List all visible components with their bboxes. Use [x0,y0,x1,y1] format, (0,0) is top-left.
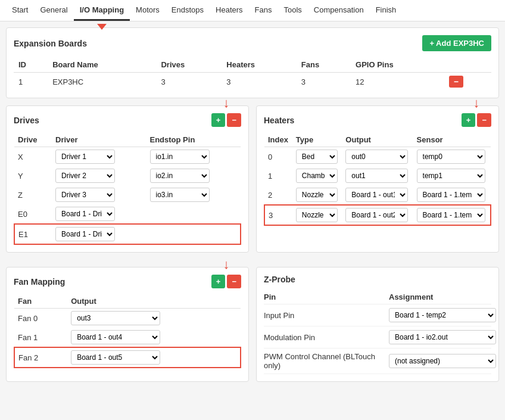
nav-general[interactable]: General [34,1,73,21]
heater-type-select[interactable]: Nozzle [296,188,338,202]
heater-type: Nozzle [292,185,342,205]
drive-row: Y Driver 2 io2.in [14,166,241,185]
exp-col-boardname: Board Name [48,57,156,73]
heater-row: 2 Nozzle Board 1 - out1 Board 1 - 1.temp… [264,185,491,205]
heater-type-select[interactable]: Nozzle [296,208,338,222]
zprobe-col-assignment: Assignment [389,293,491,301]
heaters-col-output: Output [342,133,413,147]
fan-col-output: Output [67,294,241,309]
zprobe-assignment-select[interactable]: Board 1 - io2.out [389,330,496,344]
drive-endstop-select[interactable]: io3.in [150,188,210,202]
drive-driver-select[interactable]: Board 1 - Dri [55,207,115,221]
fan-add-button[interactable]: + [211,275,226,288]
nav-motors[interactable]: Motors [130,1,166,21]
nav-endstops[interactable]: Endstops [166,1,210,21]
heater-sensor: Board 1 - 1.temp1 [413,185,491,205]
zprobe-assignment: (not assigned) [389,354,496,368]
nav-start[interactable]: Start [6,1,34,21]
drive-driver-select[interactable]: Driver 2 [55,169,115,183]
drives-title: Drives [14,116,39,125]
fan-row: Fan 1 Board 1 - out4 [14,328,241,347]
heater-sensor-select[interactable]: temp0 [417,150,485,164]
heater-index: 0 [264,147,292,167]
drive-row: E0 Board 1 - Dri [14,204,241,224]
heater-output-select[interactable]: out0 [345,150,408,164]
zprobe-rows: Input Pin Board 1 - temp2 Modulation Pin… [264,304,491,374]
drives-add-button[interactable]: + [211,113,226,127]
heater-output: out0 [342,147,413,167]
drive-driver-select[interactable]: Driver 3 [55,188,115,202]
fan-zprobe-section: Fan Mapping ↓ + − Fan Output [6,267,499,389]
nav-finish[interactable]: Finish [370,1,403,21]
heater-row: 1 Chambe out1 temp1 [264,166,491,185]
heaters-col-sensor: Sensor [413,133,491,147]
zprobe-header: Z-Probe [264,275,491,284]
drive-driver: Driver 2 [52,166,146,185]
fan-output: out3 [67,309,241,328]
drives-remove-button[interactable]: − [227,113,241,127]
expansion-boards-table: ID Board Name Drives Heaters Fans GPIO P… [14,57,491,91]
drive-endstop-select[interactable]: io2.in [150,169,210,183]
drive-endstop [146,204,241,224]
zprobe-assignment: Board 1 - temp2 [389,308,496,322]
exp-board-name: EXP3HC [48,73,156,91]
zprobe-row: Modulation Pin Board 1 - io2.out [264,326,491,349]
exp-drives: 3 [156,73,222,91]
drive-label: E1 [14,224,52,244]
heater-row: 3 Nozzle Board 1 - out2 Board 1 - 1.temp… [264,205,491,225]
exp-col-drives: Drives [156,57,222,73]
exp-col-id: ID [14,57,48,73]
drive-endstop: io3.in [146,185,241,204]
heater-sensor-select[interactable]: temp1 [417,169,485,183]
exp-col-actions [444,57,491,73]
drives-header: Drives ↓ + − [14,113,241,127]
heater-type-select[interactable]: Chambe [296,169,338,183]
fan-remove-button[interactable]: − [227,275,241,288]
heaters-col-index: Index [264,133,292,147]
exp-col-heaters: Heaters [222,57,296,73]
heaters-remove-button[interactable]: − [477,113,491,127]
fan-output-select[interactable]: Board 1 - out5 [71,350,160,365]
exp-row-remove-button[interactable]: − [449,76,463,88]
fan-output-select[interactable]: Board 1 - out4 [71,330,160,344]
fan-output: Board 1 - out4 [67,328,241,347]
drives-col-drive: Drive [14,133,52,147]
heaters-header: Heaters ↓ + − [264,113,491,127]
heater-output-select[interactable]: Board 1 - out2 [345,208,408,222]
add-exp3hc-button[interactable]: + Add EXP3HC [422,35,491,51]
heater-type-select[interactable]: Bed [296,150,338,164]
heater-output-select[interactable]: Board 1 - out1 [345,188,408,202]
drive-driver-select[interactable]: Driver 1 [55,150,115,164]
nav-compensation[interactable]: Compensation [308,1,370,21]
heater-index: 1 [264,166,292,185]
nav-fans[interactable]: Fans [249,1,278,21]
nav-heaters[interactable]: Heaters [210,1,249,21]
heater-type: Nozzle [292,205,342,225]
heater-sensor-select[interactable]: Board 1 - 1.temp0 [417,208,485,222]
zprobe-assignment-select[interactable]: (not assigned) [389,354,496,368]
fan-label: Fan 0 [14,309,67,328]
heaters-title: Heaters [264,116,294,125]
zprobe-title: Z-Probe [264,275,295,284]
nav-io-mapping[interactable]: I/O Mapping [74,1,130,21]
expansion-boards-card: Expansion Boards + Add EXP3HC ID Board N… [6,27,499,98]
fan-output-select[interactable]: out3 [71,311,160,325]
drive-endstop-select[interactable]: io1.in [150,150,210,164]
nav-tools[interactable]: Tools [278,1,307,21]
heater-sensor-select[interactable]: Board 1 - 1.temp1 [417,188,485,202]
zprobe-assignment-select[interactable]: Board 1 - temp2 [389,308,496,322]
fan-mapping-card: Fan Mapping ↓ + − Fan Output [6,267,249,382]
drives-col-driver: Driver [52,133,146,147]
main-container: Expansion Boards + Add EXP3HC ID Board N… [0,21,505,402]
drive-label: Z [14,185,52,204]
fan-label: Fan 2 [14,347,67,368]
top-navigation: Start General I/O Mapping Motors Endstop… [0,0,505,21]
heaters-add-button[interactable]: + [462,113,476,127]
heater-output-select[interactable]: out1 [345,169,408,183]
drive-label: X [14,147,52,167]
drive-driver-select[interactable]: Board 1 - Dri [55,227,115,241]
drive-row: X Driver 1 io1.in [14,147,241,167]
heater-type: Bed [292,147,342,167]
fan-mapping-btn-group: + − [211,275,241,288]
exp-row-actions: − [444,73,491,91]
